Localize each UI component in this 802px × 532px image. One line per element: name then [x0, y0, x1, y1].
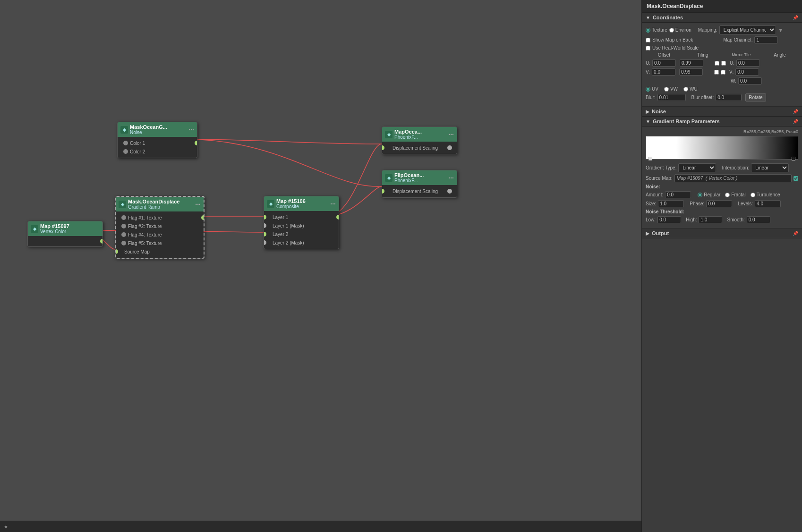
- node-header-flip-ocean: ◈ FlipOcean... PhoenixF... ···: [382, 170, 457, 185]
- node-header-map-15097: ◈ Map #15097 Vertex Color: [28, 221, 102, 236]
- radio-texture[interactable]: Texture: [646, 27, 667, 33]
- blur-input[interactable]: [657, 94, 686, 101]
- radio-turbulence[interactable]: Turbulence: [751, 192, 780, 197]
- node-title-map-ocean: MapOcea...: [394, 129, 422, 135]
- port-disp-scale-1: Displacement Scaling: [382, 144, 457, 152]
- coord-v-row: V: V:: [646, 68, 798, 76]
- node-title-mask-displace: Mask.OceanDisplace: [128, 199, 179, 204]
- source-map-input[interactable]: [674, 174, 792, 182]
- node-subtitle-flip-ocean: PhoenixF...: [394, 178, 424, 183]
- v-mirror-checkbox[interactable]: [714, 70, 719, 75]
- section-gradient-content: R=255,G=255,B=255, Pos=0 Gradient Type: …: [642, 127, 802, 228]
- section-noise-header[interactable]: ▶ Noise 📌: [642, 107, 802, 117]
- source-map-checkbox[interactable]: [793, 176, 798, 181]
- v-mirror2-checkbox[interactable]: [721, 70, 725, 75]
- amount-row: Amount: Regular Fractal Turbulence: [646, 191, 798, 198]
- radio-regular[interactable]: Regular: [698, 192, 720, 197]
- node-menu-mask-displace[interactable]: ···: [195, 201, 201, 208]
- node-header-mask-ocean-noise: ◈ MaskOceanG... Noise ···: [118, 122, 197, 137]
- angle-header: Angle: [761, 52, 798, 58]
- u-offset-input[interactable]: [652, 59, 676, 67]
- node-subtitle-map-15097: Vertex Color: [40, 229, 69, 234]
- coord-grid-headers: Offset Tiling Mirror Tile Angle: [646, 52, 798, 58]
- node-map-15097[interactable]: ◈ Map #15097 Vertex Color: [27, 221, 103, 247]
- gradient-type-dropdown[interactable]: Linear: [678, 163, 716, 172]
- noise-threshold-label: Noise Threshold:: [646, 209, 684, 214]
- node-icon-map-15106: ◈: [267, 200, 274, 208]
- section-output-label: Output: [652, 230, 669, 236]
- ramp-marker-left[interactable]: [648, 157, 652, 160]
- node-flip-ocean-phoenix[interactable]: ◈ FlipOcean... PhoenixF... ··· Displacem…: [382, 170, 457, 198]
- size-phase-row: Size: Phase: Levels:: [646, 200, 798, 207]
- show-map-checkbox[interactable]: [646, 38, 650, 42]
- w-angle-input[interactable]: [738, 77, 762, 84]
- map-channel-input[interactable]: [754, 36, 778, 43]
- v-tiling-input[interactable]: [679, 68, 703, 76]
- amount-input[interactable]: [665, 191, 691, 198]
- phase-input[interactable]: [706, 200, 732, 207]
- smooth-input[interactable]: [747, 216, 770, 223]
- gradient-pin: 📌: [793, 119, 798, 124]
- rotate-button[interactable]: Rotate: [745, 93, 766, 101]
- radio-wu[interactable]: WU: [683, 86, 698, 92]
- v-angle-label: V:: [729, 69, 734, 75]
- node-body-mask-displace: Flag #1: Texture Flag #2: Texture Flag #…: [116, 211, 204, 258]
- low-input[interactable]: [657, 216, 681, 223]
- radio-fractal[interactable]: Fractal: [725, 192, 746, 197]
- size-label: Size:: [646, 201, 656, 206]
- gradient-ramp-visual[interactable]: [646, 136, 798, 160]
- node-map-ocean-phoenix[interactable]: ◈ MapOcea... PhoenixF... ··· Displacemen…: [382, 127, 457, 154]
- node-menu-map-15106[interactable]: ···: [330, 200, 336, 208]
- u-angle-input[interactable]: [736, 59, 760, 67]
- node-mask-ocean-noise[interactable]: ◈ MaskOceanG... Noise ··· Color 1 Color …: [117, 122, 197, 158]
- high-label: High:: [686, 217, 697, 222]
- gradient-type-label: Gradient Type:: [646, 165, 676, 170]
- node-subtitle-map-ocean: PhoenixF...: [394, 135, 422, 140]
- v-label: V:: [646, 69, 650, 75]
- offset-header: Offset: [646, 52, 683, 58]
- canvas-area[interactable]: ◈ MaskOceanG... Noise ··· Color 1 Color …: [0, 0, 641, 532]
- ramp-marker-right[interactable]: [792, 157, 795, 160]
- blur-offset-input[interactable]: [716, 94, 742, 101]
- port-color2: Color 2: [118, 147, 197, 156]
- node-menu-flip-ocean[interactable]: ···: [448, 174, 454, 182]
- node-icon-map-ocean: ◈: [385, 131, 392, 138]
- gradient-type-row: Gradient Type: Linear Interpolation: Lin…: [646, 163, 798, 172]
- radio-environ[interactable]: Environ: [669, 27, 691, 33]
- interpolation-dropdown[interactable]: Linear: [751, 163, 789, 172]
- v-offset-input[interactable]: [652, 68, 675, 76]
- node-mask-ocean-displace[interactable]: ◈ Mask.OceanDisplace Gradient Ramp ··· F…: [115, 196, 205, 259]
- u-mirror2-checkbox[interactable]: [721, 61, 726, 66]
- node-title-mask-ocean-noise: MaskOceanG...: [130, 124, 167, 130]
- interpolation-label: Interpolation:: [722, 165, 749, 170]
- source-map-label: Source Map:: [646, 176, 673, 181]
- port-flag5: Flag #5: Texture: [116, 239, 204, 247]
- high-input[interactable]: [699, 216, 722, 223]
- size-input[interactable]: [658, 200, 684, 207]
- blur-label: Blur:: [646, 95, 656, 100]
- real-world-checkbox[interactable]: [646, 46, 650, 51]
- node-map-15106[interactable]: ◈ Map #15106 Composite ··· Layer 1 Layer…: [264, 196, 339, 249]
- noise-subsection-label: Noise:: [646, 184, 660, 189]
- node-menu-map-ocean[interactable]: ···: [448, 131, 454, 138]
- levels-label: Levels:: [738, 201, 753, 206]
- u-tiling-input[interactable]: [680, 59, 703, 67]
- node-header-map-ocean-phoenix: ◈ MapOcea... PhoenixF... ···: [382, 127, 457, 142]
- mapping-dropdown[interactable]: Explicit Map Channel: [719, 25, 776, 34]
- source-map-row: Source Map:: [646, 174, 798, 182]
- right-panel: Mask.OceanDisplace ▼ Coordinates 📌 Textu…: [641, 0, 802, 532]
- port-color1: Color 1: [118, 139, 197, 147]
- radio-vw[interactable]: VW: [664, 86, 678, 92]
- section-gradient-header[interactable]: ▼ Gradient Ramp Parameters 📌: [642, 117, 802, 127]
- section-coordinates-header[interactable]: ▼ Coordinates 📌: [642, 13, 802, 23]
- mirror-header: Mirror Tile: [723, 52, 760, 58]
- arrow-output: ▶: [646, 231, 649, 236]
- radio-uv[interactable]: UV: [646, 86, 658, 92]
- arrow-coordinates: ▼: [646, 15, 650, 20]
- tiling-header: Tiling: [684, 52, 721, 58]
- u-mirror-checkbox[interactable]: [715, 61, 719, 66]
- levels-input[interactable]: [755, 200, 781, 207]
- node-menu-mask-ocean-noise[interactable]: ···: [188, 126, 194, 134]
- section-output-header[interactable]: ▶ Output 📌: [642, 228, 802, 238]
- v-angle-input[interactable]: [735, 68, 759, 76]
